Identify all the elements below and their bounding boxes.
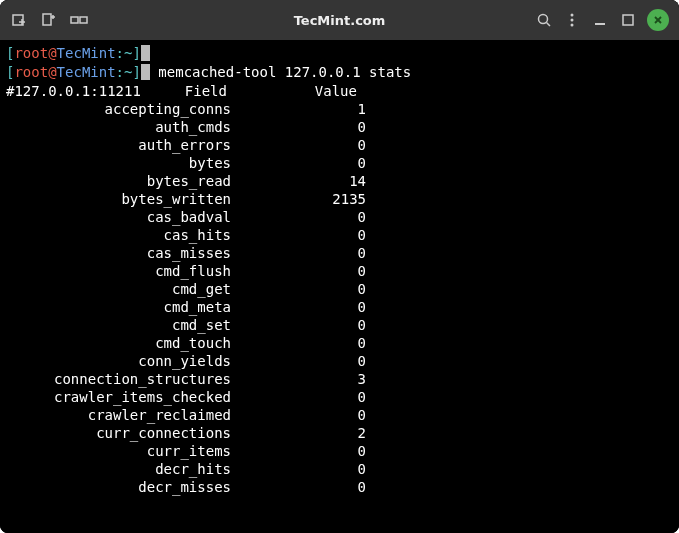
stat-field: auth_errors xyxy=(6,136,231,154)
stat-row: curr_items0 xyxy=(6,442,673,460)
terminal-body[interactable]: [root@TecMint:~][root@TecMint:~] memcach… xyxy=(0,40,679,533)
stat-row: conn_yields0 xyxy=(6,352,673,370)
stat-field: curr_items xyxy=(6,442,231,460)
stat-value: 0 xyxy=(231,334,366,352)
overview-icon[interactable] xyxy=(70,11,88,29)
stat-row: cmd_get0 xyxy=(6,280,673,298)
stat-row: bytes_read14 xyxy=(6,172,673,190)
stat-value: 0 xyxy=(231,352,366,370)
stat-value: 0 xyxy=(231,208,366,226)
minimize-icon[interactable] xyxy=(591,11,609,29)
stat-row: cmd_meta0 xyxy=(6,298,673,316)
stat-value: 0 xyxy=(231,298,366,316)
stat-value: 0 xyxy=(231,244,366,262)
stat-value: 0 xyxy=(231,136,366,154)
stat-value: 0 xyxy=(231,262,366,280)
stat-row: connection_structures3 xyxy=(6,370,673,388)
prompt-line-2: [root@TecMint:~] memcached-tool 127.0.0.… xyxy=(6,63,673,82)
stat-row: bytes_written2135 xyxy=(6,190,673,208)
stat-value: 0 xyxy=(231,226,366,244)
close-icon xyxy=(652,14,664,26)
stat-field: auth_cmds xyxy=(6,118,231,136)
svg-point-8 xyxy=(539,15,548,24)
search-icon[interactable] xyxy=(535,11,553,29)
stat-field: cmd_meta xyxy=(6,298,231,316)
stat-row: cas_misses0 xyxy=(6,244,673,262)
stat-field: cas_hits xyxy=(6,226,231,244)
stat-value: 0 xyxy=(231,280,366,298)
field-header: Field xyxy=(141,82,271,100)
stats-rows: accepting_conns1auth_cmds0auth_errors0by… xyxy=(6,100,673,496)
svg-point-11 xyxy=(571,19,574,22)
stat-field: cmd_get xyxy=(6,280,231,298)
titlebar-left xyxy=(10,11,88,29)
stat-row: cas_badval0 xyxy=(6,208,673,226)
stat-field: connection_structures xyxy=(6,370,231,388)
svg-line-9 xyxy=(547,23,551,27)
stat-field: decr_misses xyxy=(6,478,231,496)
maximize-icon[interactable] xyxy=(619,11,637,29)
terminal-window: TecMint.com [root@TecMint:~][root@TecMin… xyxy=(0,0,679,533)
value-header: Value xyxy=(271,82,401,100)
stat-field: decr_hits xyxy=(6,460,231,478)
stat-field: cmd_flush xyxy=(6,262,231,280)
close-button[interactable] xyxy=(647,9,669,31)
stat-row: cmd_set0 xyxy=(6,316,673,334)
svg-rect-6 xyxy=(71,17,78,23)
command-text: memcached-tool 127.0.0.1 stats xyxy=(158,64,411,80)
titlebar: TecMint.com xyxy=(0,0,679,40)
window-title: TecMint.com xyxy=(294,13,386,28)
stat-value: 2 xyxy=(231,424,366,442)
titlebar-right xyxy=(535,9,669,31)
stat-row: decr_hits0 xyxy=(6,460,673,478)
stat-row: cas_hits0 xyxy=(6,226,673,244)
stat-row: bytes0 xyxy=(6,154,673,172)
stat-value: 2135 xyxy=(231,190,366,208)
stat-row: accepting_conns1 xyxy=(6,100,673,118)
stat-row: cmd_touch0 xyxy=(6,334,673,352)
stat-field: cmd_touch xyxy=(6,334,231,352)
stat-row: crawler_reclaimed0 xyxy=(6,406,673,424)
stat-field: bytes xyxy=(6,154,231,172)
host-label: #127.0.0.1:11211 xyxy=(6,83,141,99)
stat-value: 0 xyxy=(231,388,366,406)
stat-field: bytes_read xyxy=(6,172,231,190)
cursor xyxy=(141,64,150,80)
stat-row: curr_connections2 xyxy=(6,424,673,442)
stat-field: conn_yields xyxy=(6,352,231,370)
svg-rect-3 xyxy=(43,14,51,25)
svg-rect-14 xyxy=(623,15,633,25)
menu-icon[interactable] xyxy=(563,11,581,29)
stat-value: 0 xyxy=(231,478,366,496)
stat-field: bytes_written xyxy=(6,190,231,208)
svg-point-12 xyxy=(571,24,574,27)
stat-value: 0 xyxy=(231,118,366,136)
svg-point-10 xyxy=(571,14,574,17)
stat-field: curr_connections xyxy=(6,424,231,442)
stat-value: 0 xyxy=(231,316,366,334)
cursor xyxy=(141,45,150,61)
stat-field: cas_misses xyxy=(6,244,231,262)
stat-value: 14 xyxy=(231,172,366,190)
stat-value: 0 xyxy=(231,460,366,478)
stat-field: cas_badval xyxy=(6,208,231,226)
stat-field: cmd_set xyxy=(6,316,231,334)
stat-value: 3 xyxy=(231,370,366,388)
stat-field: accepting_conns xyxy=(6,100,231,118)
stat-value: 0 xyxy=(231,406,366,424)
stat-field: crawler_reclaimed xyxy=(6,406,231,424)
new-window-icon[interactable] xyxy=(40,11,58,29)
stat-value: 0 xyxy=(231,154,366,172)
stat-row: decr_misses0 xyxy=(6,478,673,496)
stat-value: 0 xyxy=(231,442,366,460)
prompt-line-1: [root@TecMint:~] xyxy=(6,44,673,63)
stat-value: 1 xyxy=(231,100,366,118)
stat-row: auth_cmds0 xyxy=(6,118,673,136)
new-tab-icon[interactable] xyxy=(10,11,28,29)
stat-field: crawler_items_checked xyxy=(6,388,231,406)
stat-row: cmd_flush0 xyxy=(6,262,673,280)
svg-rect-7 xyxy=(80,17,87,23)
stats-header: #127.0.0.1:11211FieldValue xyxy=(6,82,673,100)
stat-row: crawler_items_checked0 xyxy=(6,388,673,406)
stat-row: auth_errors0 xyxy=(6,136,673,154)
